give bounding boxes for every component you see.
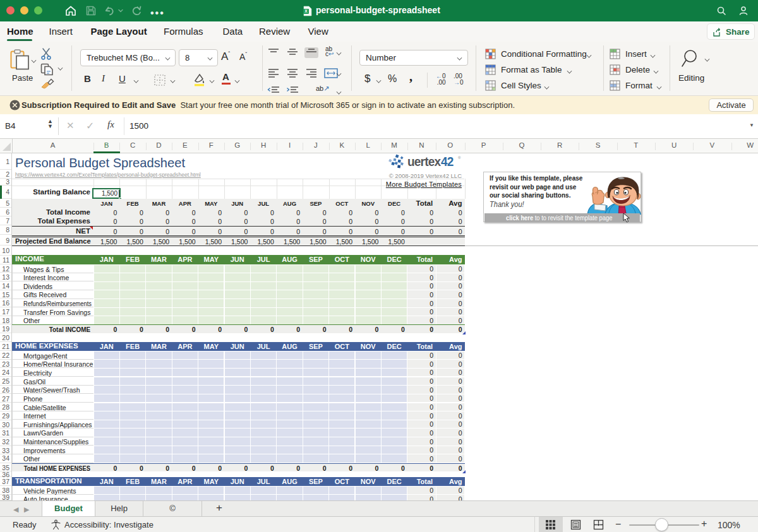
svg-text:X: X: [304, 9, 308, 13]
svg-text:uertex: uertex: [407, 155, 441, 168]
svg-text:42: 42: [441, 155, 454, 168]
svg-text:®: ®: [458, 156, 461, 160]
